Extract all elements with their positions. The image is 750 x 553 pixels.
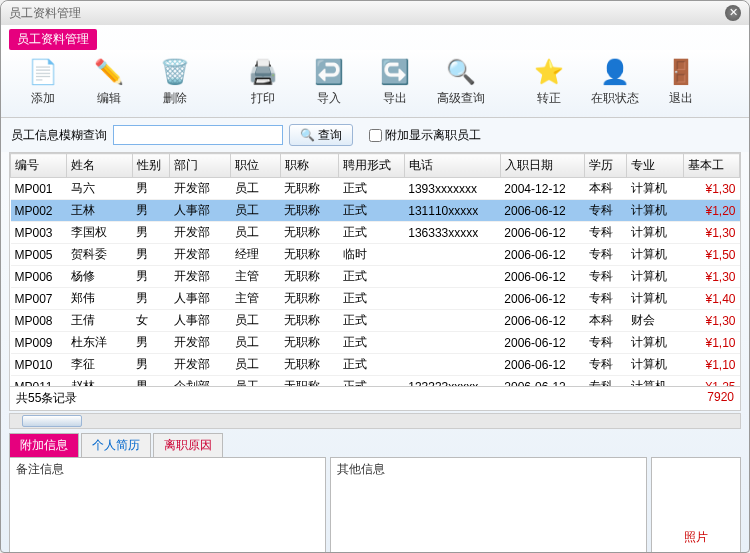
cell-major: 计算机 xyxy=(627,244,683,266)
horizontal-scrollbar[interactable] xyxy=(9,413,741,429)
tool-label: 高级查询 xyxy=(437,90,485,107)
col-header[interactable]: 姓名 xyxy=(67,154,133,178)
cell-sex: 女 xyxy=(132,310,170,332)
col-header[interactable]: 性别 xyxy=(132,154,170,178)
search-icon: 🔍 xyxy=(300,128,315,142)
col-header[interactable]: 职称 xyxy=(280,154,339,178)
table-row[interactable]: MP008王倩女人事部员工无职称正式2006-06-12本科财会¥1,30 xyxy=(11,310,740,332)
toolbar: 📄添加✏️编辑🗑️删除🖨️打印↩️导入↪️导出🔍高级查询⭐转正👤在职状态🚪退出 xyxy=(1,50,749,118)
cell-name: 王林 xyxy=(67,200,133,222)
cell-major: 计算机 xyxy=(627,376,683,388)
cell-salary: ¥1,50 xyxy=(683,244,739,266)
close-icon[interactable]: ✕ xyxy=(725,5,741,21)
tool-label: 导出 xyxy=(383,90,407,107)
cell-name: 李征 xyxy=(67,354,133,376)
search-input[interactable] xyxy=(113,125,283,145)
cell-pos: 主管 xyxy=(231,288,280,310)
cell-dept: 开发部 xyxy=(170,244,231,266)
col-header[interactable]: 专业 xyxy=(627,154,683,178)
tab-resume[interactable]: 个人简历 xyxy=(81,433,151,457)
table-row[interactable]: MP010李征男开发部员工无职称正式2006-06-12专科计算机¥1,10 xyxy=(11,354,740,376)
tool-import[interactable]: ↩️导入 xyxy=(297,54,361,109)
cell-title: 无职称 xyxy=(280,200,339,222)
cell-edu: 本科 xyxy=(585,178,627,200)
table-row[interactable]: MP007郑伟男人事部主管无职称正式2006-06-12专科计算机¥1,40 xyxy=(11,288,740,310)
table-row[interactable]: MP005贺科委男开发部经理无职称临时2006-06-12专科计算机¥1,50 xyxy=(11,244,740,266)
col-header[interactable]: 聘用形式 xyxy=(339,154,405,178)
cell-major: 计算机 xyxy=(627,178,683,200)
cell-sex: 男 xyxy=(132,288,170,310)
cell-major: 计算机 xyxy=(627,266,683,288)
scrollbar-thumb[interactable] xyxy=(22,415,82,427)
tool-delete[interactable]: 🗑️删除 xyxy=(143,54,207,109)
table-row[interactable]: MP011赵林男企划部员工无职称正式133333xxxxx2006-06-12专… xyxy=(11,376,740,388)
tool-exit[interactable]: 🚪退出 xyxy=(649,54,713,109)
cell-phone: 133333xxxxx xyxy=(404,376,500,388)
cell-pos: 员工 xyxy=(231,332,280,354)
cell-phone xyxy=(404,310,500,332)
tab-leave[interactable]: 离职原因 xyxy=(153,433,223,457)
cell-dept: 开发部 xyxy=(170,178,231,200)
cell-edu: 专科 xyxy=(585,332,627,354)
cell-edu: 专科 xyxy=(585,200,627,222)
cell-salary: ¥1,10 xyxy=(683,354,739,376)
col-header[interactable]: 基本工 xyxy=(683,154,739,178)
cell-major: 计算机 xyxy=(627,222,683,244)
cell-salary: ¥1,20 xyxy=(683,200,739,222)
onjob-icon: 👤 xyxy=(599,56,631,88)
photo-panel: 照片 xyxy=(651,457,741,553)
table-row[interactable]: MP001马六男开发部员工无职称正式1393xxxxxxx2004-12-12本… xyxy=(11,178,740,200)
table-row[interactable]: MP003李国权男开发部员工无职称正式136333xxxxx2006-06-12… xyxy=(11,222,740,244)
other-title: 其他信息 xyxy=(331,458,646,481)
cell-dept: 人事部 xyxy=(170,288,231,310)
cell-major: 计算机 xyxy=(627,332,683,354)
cell-dept: 人事部 xyxy=(170,200,231,222)
col-header[interactable]: 入职日期 xyxy=(500,154,584,178)
cell-id: MP008 xyxy=(11,310,67,332)
cell-dept: 企划部 xyxy=(170,376,231,388)
tab-extra[interactable]: 附加信息 xyxy=(9,433,79,457)
cell-major: 财会 xyxy=(627,310,683,332)
export-icon: ↪️ xyxy=(379,56,411,88)
window-title: 员工资料管理 xyxy=(9,5,725,22)
cell-sex: 男 xyxy=(132,354,170,376)
search-button[interactable]: 🔍 查询 xyxy=(289,124,353,146)
table-row[interactable]: MP002王林男人事部员工无职称正式131110xxxxx2006-06-12专… xyxy=(11,200,740,222)
cell-title: 无职称 xyxy=(280,310,339,332)
cell-salary: ¥1,30 xyxy=(683,178,739,200)
tool-add[interactable]: 📄添加 xyxy=(11,54,75,109)
tool-onjob[interactable]: 👤在职状态 xyxy=(583,54,647,109)
tool-advsearch[interactable]: 🔍高级查询 xyxy=(429,54,493,109)
cell-name: 马六 xyxy=(67,178,133,200)
show-resigned-label[interactable]: 附加显示离职员工 xyxy=(369,127,481,144)
col-header[interactable]: 职位 xyxy=(231,154,280,178)
cell-date: 2006-06-12 xyxy=(500,288,584,310)
cell-dept: 开发部 xyxy=(170,354,231,376)
cell-salary: ¥1,10 xyxy=(683,332,739,354)
cell-hire: 正式 xyxy=(339,288,405,310)
tool-regularize[interactable]: ⭐转正 xyxy=(517,54,581,109)
detail-panels: 备注信息 其他信息 照片 xyxy=(9,457,741,553)
cell-major: 计算机 xyxy=(627,200,683,222)
cell-pos: 经理 xyxy=(231,244,280,266)
col-header[interactable]: 编号 xyxy=(11,154,67,178)
cell-date: 2006-06-12 xyxy=(500,354,584,376)
tool-print[interactable]: 🖨️打印 xyxy=(231,54,295,109)
tool-edit[interactable]: ✏️编辑 xyxy=(77,54,141,109)
table-row[interactable]: MP009杜东洋男开发部员工无职称正式2006-06-12专科计算机¥1,10 xyxy=(11,332,740,354)
table-row[interactable]: MP006杨修男开发部主管无职称正式2006-06-12专科计算机¥1,30 xyxy=(11,266,740,288)
cell-edu: 专科 xyxy=(585,244,627,266)
col-header[interactable]: 部门 xyxy=(170,154,231,178)
col-header[interactable]: 学历 xyxy=(585,154,627,178)
cell-sex: 男 xyxy=(132,244,170,266)
show-resigned-checkbox[interactable] xyxy=(369,129,382,142)
employee-grid[interactable]: 编号姓名性别部门职位职称聘用形式电话入职日期学历专业基本工 MP001马六男开发… xyxy=(9,152,741,387)
cell-salary: ¥1,30 xyxy=(683,266,739,288)
cell-dept: 开发部 xyxy=(170,222,231,244)
cell-hire: 正式 xyxy=(339,222,405,244)
cell-dept: 开发部 xyxy=(170,266,231,288)
cell-name: 王倩 xyxy=(67,310,133,332)
tool-export[interactable]: ↪️导出 xyxy=(363,54,427,109)
col-header[interactable]: 电话 xyxy=(404,154,500,178)
exit-icon: 🚪 xyxy=(665,56,697,88)
